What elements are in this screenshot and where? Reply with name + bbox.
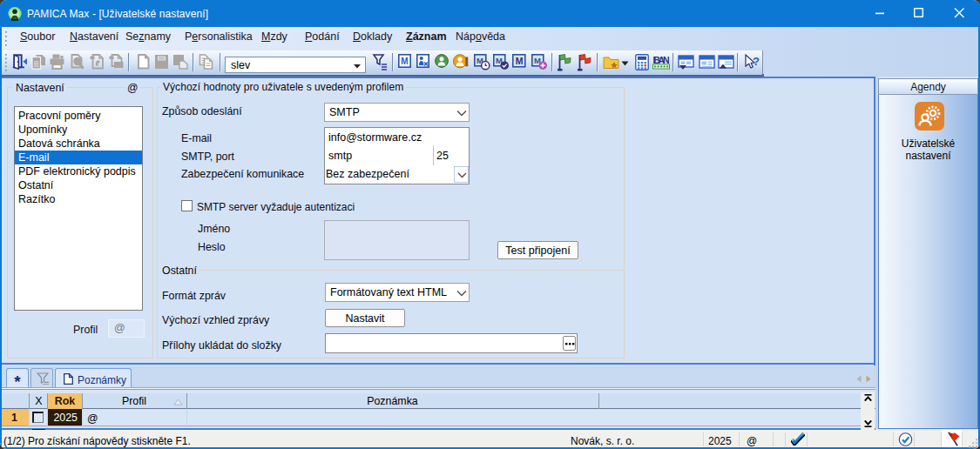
svg-text:M: M (516, 56, 524, 66)
svg-text:?: ? (753, 55, 760, 68)
svg-text:IBAN: IBAN (653, 55, 670, 65)
svg-text:M: M (401, 57, 408, 66)
